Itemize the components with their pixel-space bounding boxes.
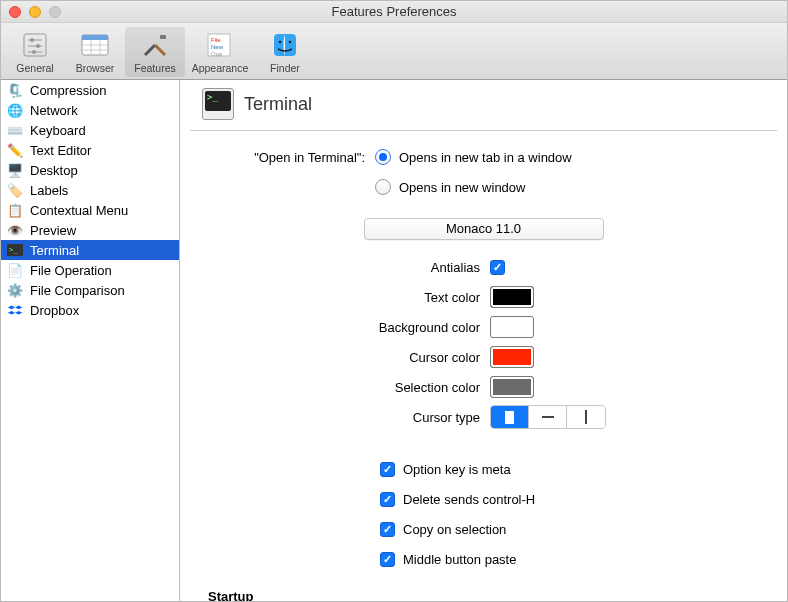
middle-paste-label: Middle button paste xyxy=(403,552,516,567)
sidebar-item-label: Desktop xyxy=(30,163,78,178)
font-button[interactable]: Monaco 11.0 xyxy=(364,218,604,240)
slider-icon xyxy=(18,30,52,60)
cursor-color-swatch[interactable] xyxy=(490,346,534,368)
sidebar-item-contextual[interactable]: 📋Contextual Menu xyxy=(1,200,179,220)
open-new-window-radio[interactable] xyxy=(375,179,391,195)
appearance-icon: FileNewOpe xyxy=(203,30,237,60)
antialias-checkbox[interactable] xyxy=(490,260,505,275)
cursor-type-vbar[interactable] xyxy=(567,406,605,428)
sidebar-item-keyboard[interactable]: ⌨️Keyboard xyxy=(1,120,179,140)
sidebar-item-labels[interactable]: 🏷️Labels xyxy=(1,180,179,200)
sidebar-item-network[interactable]: 🌐Network xyxy=(1,100,179,120)
toolbar-item-general[interactable]: General xyxy=(5,27,65,77)
sidebar-item-label: File Operation xyxy=(30,263,112,278)
open-in-terminal-label: "Open in Terminal": xyxy=(200,150,375,165)
delete-ctrl-h-label: Delete sends control-H xyxy=(403,492,535,507)
toolbar-label: Features xyxy=(125,62,185,74)
sidebar-item-label: Terminal xyxy=(30,243,79,258)
selection-color-swatch[interactable] xyxy=(490,376,534,398)
toolbar-item-browser[interactable]: Browser xyxy=(65,27,125,77)
tag-icon: 🏷️ xyxy=(7,182,23,198)
text-color-swatch[interactable] xyxy=(490,286,534,308)
toolbar-item-features[interactable]: Features xyxy=(125,27,185,77)
zoom-window-button[interactable] xyxy=(49,6,61,18)
sidebar-item-label: Text Editor xyxy=(30,143,91,158)
desktop-icon: 🖥️ xyxy=(7,162,23,178)
sidebar-item-texteditor[interactable]: ✏️Text Editor xyxy=(1,140,179,160)
sidebar-item-label: Labels xyxy=(30,183,68,198)
svg-point-20 xyxy=(289,41,292,44)
toolbar-label: Browser xyxy=(65,62,125,74)
copy-on-selection-checkbox[interactable] xyxy=(380,522,395,537)
traffic-lights xyxy=(9,6,61,18)
sidebar-item-preview[interactable]: 👁️Preview xyxy=(1,220,179,240)
cursor-type-label: Cursor type xyxy=(200,410,490,425)
open-new-tab-label: Opens in new tab in a window xyxy=(399,150,572,165)
background-color-label: Background color xyxy=(200,320,490,335)
svg-point-4 xyxy=(36,44,40,48)
sidebar-item-label: Dropbox xyxy=(30,303,79,318)
cursor-type-underline[interactable] xyxy=(529,406,567,428)
sidebar-item-label: Network xyxy=(30,103,78,118)
dropbox-icon xyxy=(7,302,23,318)
browser-icon xyxy=(78,30,112,60)
sidebar-item-label: Compression xyxy=(30,83,107,98)
antialias-label: Antialias xyxy=(200,260,490,275)
sidebar-item-label: File Comparison xyxy=(30,283,125,298)
svg-point-19 xyxy=(279,41,282,44)
option-meta-label: Option key is meta xyxy=(403,462,511,477)
toolbar-item-finder[interactable]: Finder xyxy=(255,27,315,77)
cursor-type-block[interactable] xyxy=(491,406,529,428)
copy-on-selection-label: Copy on selection xyxy=(403,522,506,537)
terminal-form: "Open in Terminal": Opens in new tab in … xyxy=(180,131,787,601)
open-new-window-label: Opens in new window xyxy=(399,180,525,195)
background-color-swatch[interactable] xyxy=(490,316,534,338)
page-title: Terminal xyxy=(244,94,312,115)
open-new-tab-radio[interactable] xyxy=(375,149,391,165)
file-icon: 📄 xyxy=(7,262,23,278)
eye-icon: 👁️ xyxy=(7,222,23,238)
sidebar-item-label: Keyboard xyxy=(30,123,86,138)
svg-rect-8 xyxy=(82,35,108,40)
window-title: Features Preferences xyxy=(1,4,787,19)
finder-icon xyxy=(268,30,302,60)
main-header: Terminal xyxy=(190,80,777,131)
option-meta-checkbox[interactable] xyxy=(380,462,395,477)
cursor-color-label: Cursor color xyxy=(200,350,490,365)
svg-rect-13 xyxy=(160,35,166,39)
svg-point-2 xyxy=(30,38,34,42)
sidebar-item-terminal[interactable]: >_Terminal xyxy=(1,240,179,260)
toolbar: General Browser Features FileNewOpe Appe… xyxy=(1,23,787,80)
toolbar-item-appearance[interactable]: FileNewOpe Appearance xyxy=(185,27,255,77)
keyboard-icon: ⌨️ xyxy=(7,122,23,138)
compress-icon: 🗜️ xyxy=(7,82,23,98)
cursor-type-segmented[interactable] xyxy=(490,405,606,429)
preferences-window: Features Preferences General Browser Fea… xyxy=(0,0,788,602)
sidebar-item-fileop[interactable]: 📄File Operation xyxy=(1,260,179,280)
sidebar-item-label: Contextual Menu xyxy=(30,203,128,218)
tools-icon xyxy=(138,30,172,60)
svg-text:>_: >_ xyxy=(9,246,18,254)
svg-point-6 xyxy=(32,50,36,54)
close-window-button[interactable] xyxy=(9,6,21,18)
sidebar-item-desktop[interactable]: 🖥️Desktop xyxy=(1,160,179,180)
toolbar-label: Appearance xyxy=(185,62,255,74)
selection-color-label: Selection color xyxy=(200,380,490,395)
sidebar-item-label: Preview xyxy=(30,223,76,238)
delete-ctrl-h-checkbox[interactable] xyxy=(380,492,395,507)
svg-text:New: New xyxy=(211,44,224,50)
pencil-icon: ✏️ xyxy=(7,142,23,158)
sidebar-item-compression[interactable]: 🗜️Compression xyxy=(1,80,179,100)
content: 🗜️Compression 🌐Network ⌨️Keyboard ✏️Text… xyxy=(1,80,787,601)
middle-paste-checkbox[interactable] xyxy=(380,552,395,567)
compare-icon: ⚙️ xyxy=(7,282,23,298)
globe-icon: 🌐 xyxy=(7,102,23,118)
minimize-window-button[interactable] xyxy=(29,6,41,18)
toolbar-label: General xyxy=(5,62,65,74)
toolbar-label: Finder xyxy=(255,62,315,74)
main-pane: Terminal "Open in Terminal": Opens in ne… xyxy=(180,80,787,601)
sidebar-item-filecompare[interactable]: ⚙️File Comparison xyxy=(1,280,179,300)
sidebar: 🗜️Compression 🌐Network ⌨️Keyboard ✏️Text… xyxy=(1,80,180,601)
svg-text:File: File xyxy=(211,37,221,43)
sidebar-item-dropbox[interactable]: Dropbox xyxy=(1,300,179,320)
